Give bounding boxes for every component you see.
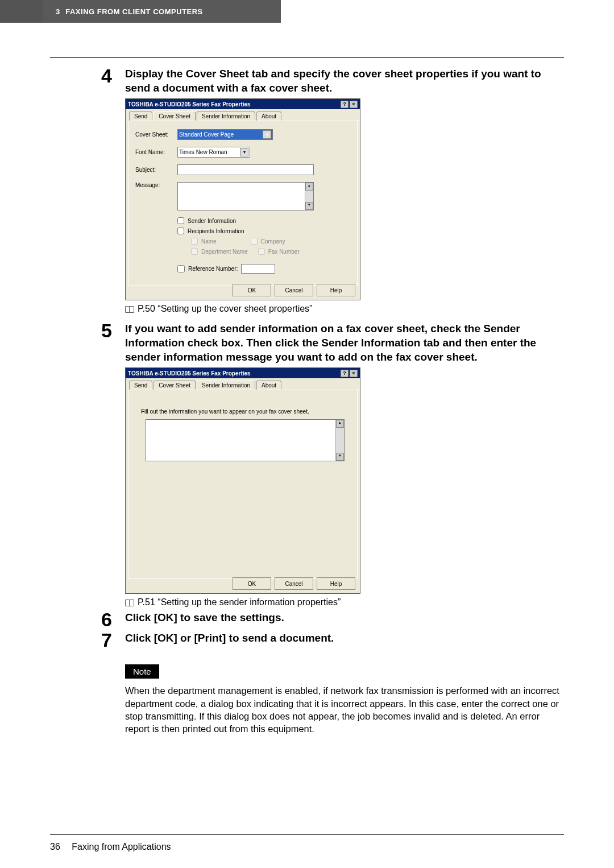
dialog-sender-info: TOSHIBA e-STUDIO205 Series Fax Propertie… — [125, 367, 360, 594]
step-4-number: 4 — [101, 66, 125, 85]
check-recip-info[interactable]: Recipients Information — [177, 228, 350, 234]
dialog1-close-button[interactable]: × — [350, 101, 358, 108]
chapter-header: 3 FAXING FROM CLIENT COMPUTERS — [43, 0, 281, 23]
checkbox-recip-info[interactable] — [177, 228, 184, 234]
scroll-down-icon[interactable]: ▾ — [305, 202, 313, 210]
checkbox-company — [251, 238, 258, 245]
footer-section: Faxing from Applications — [72, 842, 171, 852]
dialog2-body: Send Cover Sheet Sender Information Abou… — [126, 378, 360, 593]
dialog-cover-sheet: TOSHIBA e-STUDIO205 Series Fax Propertie… — [125, 98, 360, 300]
caption-2: P.51 “Setting up the sender information … — [138, 597, 341, 607]
select-font-name[interactable]: Times New Roman ▾ — [177, 147, 250, 158]
scroll-up-icon[interactable]: ▴ — [305, 183, 313, 191]
check-faxnum-label: Fax Number — [268, 249, 300, 255]
dialog1-button-row: OK Cancel Help — [233, 284, 355, 296]
label-message: Message: — [135, 182, 177, 188]
tab-about[interactable]: About — [256, 111, 281, 121]
check-name-label: Name — [201, 238, 217, 245]
check-refnum-row: Reference Number: — [177, 264, 350, 274]
step-6-number: 6 — [101, 610, 125, 629]
dialog2-help-button[interactable]: ? — [341, 370, 349, 377]
label-subject: Subject: — [135, 167, 177, 173]
check-recip-info-label: Recipients Information — [188, 228, 244, 234]
step-4-row: 4 Display the Cover Sheet tab and specif… — [101, 67, 565, 95]
caption-1: P.50 “Setting up the cover sheet propert… — [138, 304, 312, 314]
chevron-down-icon[interactable]: ▾ — [240, 148, 248, 156]
scroll-up-icon[interactable]: ▴ — [336, 420, 344, 428]
caption-2-row: P.51 “Setting up the sender information … — [125, 597, 565, 607]
book-icon — [125, 305, 134, 313]
ok-button[interactable]: OK — [233, 284, 271, 296]
label-font-name: Font Name: — [135, 149, 177, 155]
footer: 36 Faxing from Applications — [50, 842, 171, 852]
tab-sender-info[interactable]: Sender Information — [197, 111, 255, 121]
tab-cover-sheet[interactable]: Cover Sheet — [154, 381, 196, 390]
rule-bottom — [50, 834, 564, 835]
check-dept-label: Department Name — [201, 249, 248, 255]
chapter-title: FAXING FROM CLIENT COMPUTERS — [65, 7, 203, 16]
dialog2-panel: Fill out the information you want to app… — [128, 390, 358, 579]
checkbox-refnum[interactable] — [177, 265, 185, 272]
checkbox-dept — [191, 248, 198, 255]
step-7-row: 7 Click [OK] or [Print] to send a docume… — [101, 631, 565, 650]
cancel-button[interactable]: Cancel — [275, 284, 313, 296]
dialog2-instruction: Fill out the information you want to app… — [141, 408, 345, 415]
cancel-button[interactable]: Cancel — [275, 577, 313, 590]
checkbox-faxnum — [258, 248, 265, 255]
chapter-number: 3 — [56, 7, 60, 16]
rule-top — [50, 57, 564, 58]
label-cover-sheet: Cover Sheet: — [135, 131, 177, 138]
select-cover-sheet[interactable]: Standard Cover Page ▾ — [177, 129, 273, 140]
tab-send[interactable]: Send — [129, 381, 152, 390]
tab-send[interactable]: Send — [129, 111, 152, 121]
step-5-number: 5 — [101, 321, 125, 340]
book-icon — [125, 598, 134, 606]
dialog1-help-button[interactable]: ? — [341, 101, 349, 108]
dialog2-close-button[interactable]: × — [350, 370, 358, 377]
dialog2-titlebar: TOSHIBA e-STUDIO205 Series Fax Propertie… — [126, 368, 360, 378]
check-sender-info[interactable]: Sender Information — [177, 217, 350, 224]
note-text: When the department management is enable… — [125, 684, 563, 735]
select-font-name-value: Times New Roman — [179, 149, 227, 155]
step-4-text: Display the Cover Sheet tab and specify … — [125, 67, 565, 95]
help-button[interactable]: Help — [317, 284, 355, 296]
ok-button[interactable]: OK — [233, 577, 271, 590]
input-refnum[interactable] — [241, 264, 275, 274]
help-button[interactable]: Help — [317, 577, 355, 590]
label-refnum: Reference Number: — [188, 266, 238, 272]
scrollbar[interactable]: ▴ ▾ — [335, 420, 344, 461]
note-label: Note — [125, 664, 159, 679]
textarea-message[interactable]: ▴ ▾ — [177, 182, 314, 210]
check-sender-info-label: Sender Information — [188, 218, 236, 224]
chevron-down-icon[interactable]: ▾ — [263, 130, 271, 139]
step-5-row: 5 If you want to add sender information … — [101, 322, 565, 364]
dialog1-panel: Cover Sheet: Standard Cover Page ▾ Font … — [128, 121, 358, 286]
step-6-text: Click [OK] to save the settings. — [125, 611, 565, 625]
checkbox-name — [191, 238, 198, 245]
check-dept: Department Name — [191, 248, 248, 255]
dialog2-button-row: OK Cancel Help — [233, 577, 355, 590]
step-5-text: If you want to add sender information on… — [125, 322, 565, 364]
step-6-row: 6 Click [OK] to save the settings. — [101, 611, 565, 629]
caption-1-row: P.50 “Setting up the cover sheet propert… — [125, 304, 565, 314]
dialog1-titlebar: TOSHIBA e-STUDIO205 Series Fax Propertie… — [126, 99, 360, 109]
content-area: 4 Display the Cover Sheet tab and specif… — [101, 67, 565, 735]
step-7-number: 7 — [101, 630, 125, 650]
tab-about[interactable]: About — [256, 381, 281, 390]
check-name: Name — [191, 238, 217, 245]
textarea-sender-info[interactable]: ▴ ▾ — [146, 419, 345, 461]
dialog2-tabs: Send Cover Sheet Sender Information Abou… — [126, 378, 360, 390]
tab-cover-sheet[interactable]: Cover Sheet — [154, 111, 196, 121]
dialog1-body: Send Cover Sheet Sender Information Abou… — [126, 109, 360, 300]
check-company-label: Company — [261, 238, 285, 245]
check-faxnum: Fax Number — [258, 248, 300, 255]
checkbox-sender-info[interactable] — [177, 217, 184, 224]
check-company: Company — [251, 238, 285, 245]
input-subject[interactable] — [177, 164, 314, 175]
select-cover-sheet-value: Standard Cover Page — [179, 131, 234, 138]
tab-sender-info[interactable]: Sender Information — [197, 381, 255, 390]
scrollbar[interactable]: ▴ ▾ — [305, 183, 313, 210]
side-tab — [0, 0, 43, 23]
scroll-down-icon[interactable]: ▾ — [336, 453, 344, 461]
step-7-text: Click [OK] or [Print] to send a document… — [125, 631, 565, 646]
